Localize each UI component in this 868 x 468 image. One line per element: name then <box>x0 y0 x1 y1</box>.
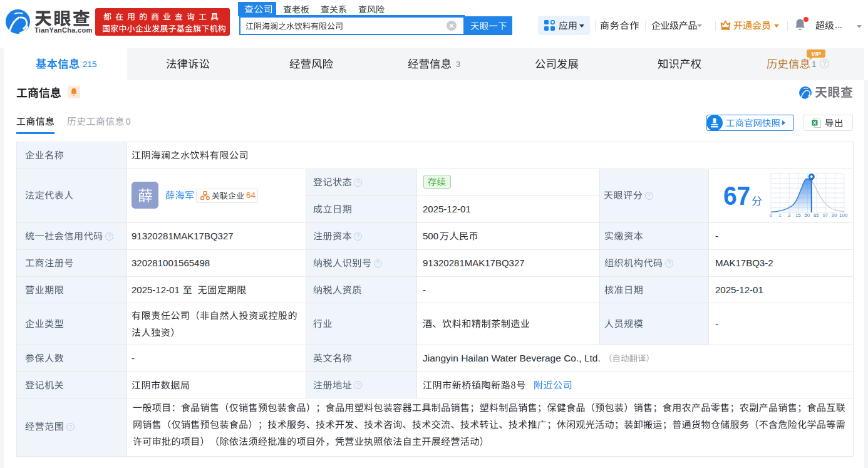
svg-text:VIP: VIP <box>811 50 821 57</box>
